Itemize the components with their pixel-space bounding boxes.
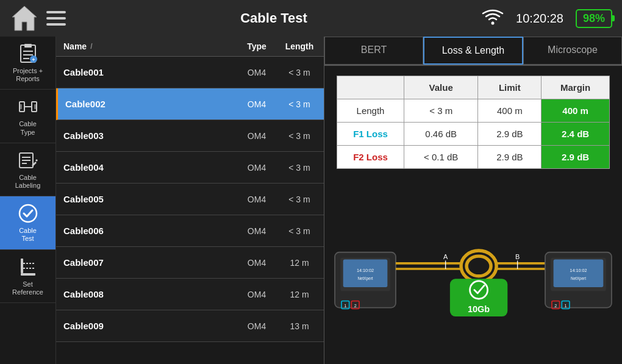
- cable-row-length: < 3 m: [275, 194, 324, 204]
- data-table: Value Limit Margin Length < 3 m 400 m 40…: [337, 76, 610, 169]
- cable-type-icon: [17, 96, 39, 118]
- sidebar-item-label-set-reference: SetReference: [12, 280, 43, 296]
- svg-text:NetXpert: NetXpert: [357, 276, 373, 281]
- tab-bert[interactable]: BERT: [324, 37, 423, 65]
- svg-marker-0: [12, 6, 37, 30]
- cable-test-icon: [17, 202, 39, 224]
- col-name-header: Name /: [56, 37, 238, 56]
- cable-list-header: Name / Type Length: [56, 37, 324, 57]
- cable-row-length: 12 m: [275, 290, 324, 299]
- svg-text:A: A: [443, 253, 448, 260]
- menu-icon[interactable]: [46, 11, 66, 26]
- table-row: Length < 3 m 400 m 400 m: [337, 99, 610, 123]
- table-cell-label: F2 Loss: [337, 146, 404, 169]
- table-cell-limit: 2.9 dB: [478, 146, 542, 169]
- svg-text:2: 2: [554, 303, 557, 309]
- th-margin: Margin: [542, 76, 610, 99]
- svg-text:14:10:02: 14:10:02: [357, 268, 374, 273]
- cable-row[interactable]: Cable009 OM4 13 m: [56, 310, 324, 342]
- cable-row-length: < 3 m: [275, 68, 324, 77]
- svg-rect-20: [21, 259, 23, 273]
- sidebar-item-label-projects-reports: Projects +Reports: [13, 67, 43, 83]
- table-row: F2 Loss < 0.1 dB 2.9 dB 2.9 dB: [337, 146, 610, 169]
- sidebar-item-cable-test[interactable]: CableTest: [0, 196, 55, 249]
- tab-bar: BERT Loss & Length Microscope: [324, 37, 622, 66]
- top-bar: Cable Test 10:20:28 98%: [0, 0, 622, 37]
- data-table-body: Length < 3 m 400 m 400 m F1 Loss 0.46 dB…: [337, 99, 610, 169]
- tab-loss-length[interactable]: Loss & Length: [423, 37, 523, 65]
- page-title: Cable Test: [66, 10, 482, 26]
- cable-row[interactable]: Cable001 OM4 < 3 m: [56, 57, 324, 88]
- cable-row-name: Cable005: [56, 189, 238, 209]
- wifi-icon: [482, 8, 504, 29]
- cable-row-type: OM4: [238, 321, 275, 331]
- col-length-header: Length: [275, 37, 324, 56]
- clock: 10:20:28: [516, 12, 563, 26]
- table-cell-value: 0.46 dB: [404, 123, 478, 146]
- sidebar-item-projects-reports[interactable]: + Projects +Reports: [0, 37, 55, 90]
- set-reference-icon: [17, 256, 39, 278]
- cable-row-name: Cable007: [56, 252, 238, 273]
- table-row: F1 Loss 0.46 dB 2.9 dB 2.4 dB: [337, 123, 610, 146]
- svg-text:NetXpert: NetXpert: [571, 276, 586, 281]
- cable-row-length: < 3 m: [275, 163, 324, 173]
- cable-row[interactable]: Cable004 OM4 < 3 m: [56, 152, 324, 184]
- right-panel: BERT Loss & Length Microscope Value Limi…: [324, 37, 622, 364]
- home-icon[interactable]: [10, 4, 39, 33]
- projects-reports-icon: +: [17, 43, 39, 65]
- svg-rect-3: [24, 44, 32, 48]
- cable-row-length: 13 m: [275, 321, 324, 331]
- cable-row[interactable]: Cable002 OM4 < 3 m: [56, 88, 324, 120]
- cable-row-name: Cable003: [56, 126, 238, 146]
- cable-row-length: 12 m: [275, 258, 324, 268]
- table-cell-value: < 3 m: [404, 99, 478, 123]
- cable-row-length: < 3 m: [275, 226, 324, 236]
- cable-row-name: Cable004: [56, 157, 238, 177]
- svg-text:14:10:02: 14:10:02: [570, 268, 587, 273]
- sidebar-item-set-reference[interactable]: SetReference: [0, 250, 55, 303]
- middle-area: Name / Type Length Cable001 OM4 < 3 m Ca…: [56, 37, 622, 364]
- table-cell-label: F1 Loss: [337, 123, 404, 146]
- sidebar-item-cable-labeling[interactable]: CableLabeling: [0, 143, 55, 196]
- cable-row[interactable]: Cable006 OM4 < 3 m: [56, 215, 324, 247]
- cable-row-type: OM4: [238, 194, 275, 204]
- diagram-area: 14:10:02 NetXpert 1 2: [324, 174, 622, 364]
- cable-row[interactable]: Cable007 OM4 12 m: [56, 247, 324, 279]
- cable-row-type: OM4: [238, 163, 275, 173]
- sidebar-item-label-cable-type: CableType: [19, 120, 37, 136]
- top-bar-left: [10, 4, 66, 33]
- cable-row-length: < 3 m: [275, 131, 324, 141]
- table-cell-limit: 400 m: [478, 99, 542, 123]
- cable-row-name: Cable001: [56, 62, 238, 82]
- svg-text:+: +: [32, 57, 35, 63]
- svg-text:1: 1: [565, 303, 567, 309]
- sidebar: + Projects +Reports CableType: [0, 37, 56, 364]
- cable-list: Name / Type Length Cable001 OM4 < 3 m Ca…: [56, 37, 324, 364]
- cable-rows-container: Cable001 OM4 < 3 m Cable002 OM4 < 3 m Ca…: [56, 57, 324, 342]
- cable-row-name: Cable006: [56, 221, 238, 241]
- cable-row[interactable]: Cable005 OM4 < 3 m: [56, 184, 324, 215]
- th-label: [337, 76, 404, 99]
- svg-rect-19: [21, 273, 35, 276]
- table-cell-margin: 2.9 dB: [542, 146, 610, 169]
- col-type-header: Type: [238, 37, 275, 56]
- svg-point-1: [492, 22, 495, 25]
- svg-rect-44: [554, 260, 604, 287]
- svg-text:B: B: [515, 253, 520, 260]
- svg-rect-25: [343, 260, 388, 287]
- cable-row-name: Cable002: [58, 94, 238, 114]
- cable-row[interactable]: Cable003 OM4 < 3 m: [56, 120, 324, 152]
- table-cell-label: Length: [337, 99, 404, 123]
- table-cell-margin: 2.4 dB: [542, 123, 610, 146]
- cable-diagram-svg: 14:10:02 NetXpert 1 2: [329, 214, 617, 324]
- cable-row-type: OM4: [238, 99, 275, 109]
- cable-row-type: OM4: [238, 131, 275, 141]
- tab-microscope[interactable]: Microscope: [523, 37, 622, 65]
- main-layout: + Projects +Reports CableType: [0, 37, 622, 364]
- table-cell-value: < 0.1 dB: [404, 146, 478, 169]
- cable-row-type: OM4: [238, 68, 275, 77]
- svg-text:10Gb: 10Gb: [468, 304, 490, 314]
- cable-row[interactable]: Cable008 OM4 12 m: [56, 279, 324, 310]
- sidebar-item-cable-type[interactable]: CableType: [0, 90, 55, 143]
- svg-point-18: [20, 205, 37, 222]
